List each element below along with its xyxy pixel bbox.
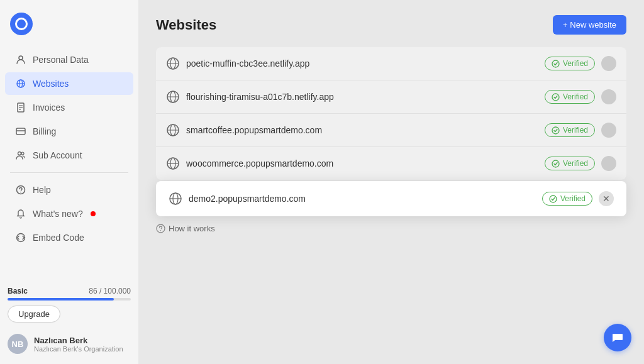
sidebar-item-websites[interactable]: Websites [5, 72, 133, 95]
people-icon [15, 150, 26, 161]
sidebar-item-label: Help [33, 185, 51, 195]
logo-icon [10, 13, 33, 35]
chat-icon [611, 331, 624, 344]
page-header: Websites + New website [156, 15, 626, 35]
billing-icon [15, 126, 26, 137]
sidebar-item-label: What's new? [33, 209, 83, 219]
verified-badge: Verified [542, 192, 592, 206]
globe-icon [166, 90, 180, 104]
question-icon [156, 224, 165, 233]
verified-icon [552, 93, 560, 101]
verified-badge: Verified [545, 123, 595, 137]
options-button[interactable] [601, 56, 616, 71]
bell-icon [15, 208, 26, 219]
user-name: Nazlıcan Berk [34, 336, 123, 345]
svg-point-30 [552, 160, 559, 167]
logo[interactable] [0, 8, 138, 48]
page-title: Websites [156, 17, 216, 33]
sidebar-item-label: Websites [33, 79, 69, 89]
verified-badge: Verified [545, 90, 595, 104]
website-row: poetic-muffin-cbc3ee.netlify.app Verifie… [156, 47, 626, 80]
invoice-icon [15, 102, 26, 113]
svg-point-35 [157, 224, 165, 233]
sidebar-nav: Personal Data Websites [0, 48, 138, 282]
sidebar-item-personal-data[interactable]: Personal Data [5, 48, 133, 71]
website-url: woocommerce.popupsmartdemo.com [186, 158, 545, 168]
website-url: flourishing-tiramisu-a01c7b.netlify.app [186, 92, 545, 102]
verified-icon [552, 60, 560, 68]
website-row: flourishing-tiramisu-a01c7b.netlify.app … [156, 80, 626, 114]
svg-point-13 [20, 192, 21, 193]
sidebar-item-label: Sub Account [33, 150, 82, 160]
plan-section: Basic 86 / 100.000 Upgrade [0, 282, 138, 328]
website-list: poetic-muffin-cbc3ee.netlify.app Verifie… [156, 47, 626, 180]
website-row: smartcoffee.popupsmartdemo.com Verified [156, 114, 626, 147]
sidebar-item-label: Personal Data [33, 55, 89, 65]
svg-point-36 [160, 230, 161, 231]
sidebar-item-help[interactable]: Help [5, 179, 133, 201]
globe-icon [166, 57, 180, 70]
sidebar-item-sub-account[interactable]: Sub Account [5, 144, 133, 167]
svg-point-26 [552, 127, 559, 134]
sidebar: Personal Data Websites [0, 0, 138, 364]
svg-point-12 [17, 186, 25, 194]
verified-icon [552, 126, 560, 135]
options-button[interactable] [601, 123, 616, 138]
sidebar-item-embed-code[interactable]: Embed Code [5, 226, 133, 249]
svg-rect-8 [16, 128, 25, 135]
how-it-works-link[interactable]: How it works [156, 224, 626, 233]
svg-point-18 [552, 60, 559, 67]
options-button[interactable] [601, 89, 616, 104]
globe-icon [166, 123, 180, 137]
svg-point-34 [550, 196, 557, 202]
plan-row: Basic 86 / 100.000 [8, 287, 131, 295]
plan-progress-bar [8, 298, 131, 301]
sidebar-item-billing[interactable]: Billing [5, 120, 133, 143]
verified-icon [549, 195, 557, 203]
globe-icon [166, 157, 180, 170]
svg-point-0 [19, 56, 23, 60]
main-content: Websites + New website poetic-muffin-cbc… [138, 0, 644, 364]
verified-badge: Verified [545, 157, 595, 170]
website-row: woocommerce.popupsmartdemo.com Verified [156, 147, 626, 180]
how-it-works-label: How it works [169, 224, 215, 233]
plan-name: Basic [8, 287, 28, 295]
person-icon [15, 54, 26, 65]
sidebar-item-label: Billing [33, 126, 56, 136]
plan-usage: 86 / 100.000 [89, 287, 131, 295]
user-info: Nazlıcan Berk Nazlıcan Berk's Organizati… [34, 336, 123, 353]
notification-badge [91, 211, 96, 216]
new-website-button[interactable]: + New website [553, 15, 626, 35]
options-button[interactable] [601, 156, 616, 171]
verified-icon [552, 160, 560, 168]
help-icon [15, 184, 26, 196]
sidebar-item-label: Embed Code [33, 233, 84, 243]
verified-badge: Verified [545, 57, 595, 70]
user-org: Nazlıcan Berk's Organization [34, 345, 123, 353]
plan-progress-fill [8, 298, 114, 301]
svg-point-10 [18, 152, 21, 155]
embed-icon [15, 232, 26, 243]
user-section: NB Nazlıcan Berk Nazlıcan Berk's Organiz… [0, 328, 138, 356]
close-button[interactable]: ✕ [599, 191, 614, 206]
website-url: smartcoffee.popupsmartdemo.com [186, 125, 545, 135]
svg-point-11 [21, 152, 24, 155]
globe-icon [15, 78, 26, 89]
website-url: poetic-muffin-cbc3ee.netlify.app [186, 58, 545, 69]
logo-inner [15, 18, 28, 30]
sidebar-item-invoices[interactable]: Invoices [5, 96, 133, 119]
svg-point-22 [552, 94, 559, 101]
avatar: NB [8, 334, 28, 354]
globe-icon [169, 192, 182, 206]
upgrade-button[interactable]: Upgrade [8, 306, 60, 323]
sidebar-item-whats-new[interactable]: What's new? [5, 202, 133, 225]
chat-button[interactable] [604, 324, 631, 351]
sidebar-item-label: Invoices [33, 102, 65, 113]
website-url: demo2.popupsmartdemo.com [189, 194, 536, 204]
highlighted-website-row: demo2.popupsmartdemo.com Verified ✕ [156, 181, 626, 216]
nav-divider [10, 172, 128, 173]
